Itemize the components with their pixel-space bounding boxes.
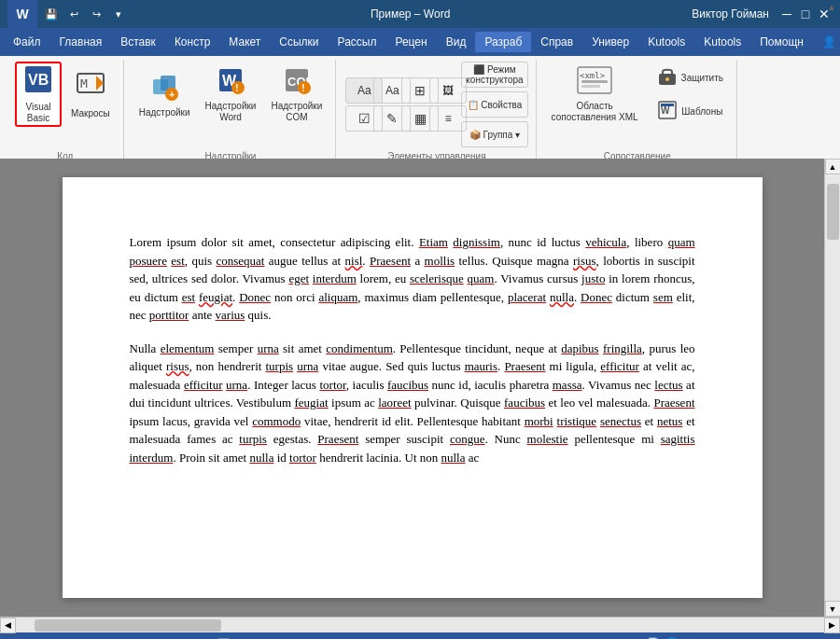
paragraph-1: Lorem ipsum dolor sit amet, consectetur … [130, 233, 695, 325]
svg-text:+: + [169, 89, 175, 100]
com-addins-label: НадстройкиCOM [271, 101, 322, 123]
restore-btn[interactable]: □ [797, 6, 814, 22]
macros-icon: M [76, 70, 105, 104]
svg-point-22 [665, 77, 669, 81]
hscroll-thumb[interactable] [35, 619, 221, 632]
scroll-up-btn[interactable]: ▲ [825, 159, 841, 174]
menu-help[interactable]: Справ [531, 32, 582, 52]
svg-marker-4 [96, 76, 104, 90]
macros-label: Макросы [71, 108, 110, 118]
ribbon-group-code: VB VisualBasic M Макросы [7, 60, 124, 163]
menu-universal[interactable]: Универ [582, 32, 638, 52]
protect-label: Защитить [681, 73, 723, 83]
hscroll-track[interactable] [16, 618, 824, 632]
com-addins-icon: COM ! [282, 65, 312, 97]
word-app-icon: W [7, 0, 37, 29]
menu-insert[interactable]: Вставк [111, 32, 165, 52]
menu-developer[interactable]: Разраб [475, 32, 531, 52]
hscroll-left-btn[interactable]: ◀ [0, 618, 16, 633]
word-addins-icon: W ! [216, 65, 245, 97]
svg-text:W: W [661, 105, 670, 116]
visual-basic-button[interactable]: VB VisualBasic [15, 62, 62, 127]
menu-review[interactable]: Рецен [385, 32, 436, 52]
ribbon-group-code-content: VB VisualBasic M Макросы [15, 62, 116, 151]
username-label: Виктор Гойман [692, 7, 769, 21]
design-mode-btn[interactable]: ⬛ Режимконструктора [461, 62, 527, 88]
redo-quick-btn[interactable]: ↪ [86, 4, 106, 24]
title-bar-title: Пример – Word [129, 7, 692, 21]
scroll-down-btn[interactable]: ▼ [825, 601, 841, 617]
title-bar-right: Виктор Гойман ─ □ ✕ [692, 6, 833, 22]
ribbon-group-controls: Aa Aa ⊞ 🖼 ☑ ✎ ▦ ≡ ⬛ Режимконструктора 📋 … [338, 60, 536, 163]
menu-layout[interactable]: Макет [219, 32, 270, 52]
word-addins-button[interactable]: W ! НадстройкиWord [200, 62, 262, 127]
xml-mapping-label: Областьсопоставления XML [552, 101, 638, 123]
horizontal-scrollbar[interactable]: ◀ ▶ [0, 617, 840, 632]
menu-help2[interactable]: Помощн [750, 32, 813, 52]
minimize-btn[interactable]: ─ [778, 6, 795, 22]
word-addins-label: НадстройкиWord [205, 101, 257, 123]
ribbon-group-addins: + Надстройки W ! НадстройкиWord [126, 60, 337, 163]
share-icon: 👤 [822, 35, 836, 49]
menu-home[interactable]: Главная [50, 32, 112, 52]
templates-button[interactable]: W Шаблоны [651, 95, 729, 127]
ribbon-group-mapping: <xml> Областьсопоставления XML [539, 60, 737, 163]
scroll-track[interactable] [825, 174, 840, 601]
com-addins-button[interactable]: COM ! НадстройкиCOM [265, 62, 328, 127]
addins-button[interactable]: + Надстройки [133, 62, 196, 127]
svg-rect-20 [581, 85, 600, 88]
menu-view[interactable]: Вид [437, 32, 476, 52]
group-btn[interactable]: 📦 Группа ▾ [461, 121, 527, 147]
ribbon-group-controls-content: Aa Aa ⊞ 🖼 ☑ ✎ ▦ ≡ ⬛ Режимконструктора 📋 … [345, 62, 527, 151]
menu-kutools2[interactable]: Kutools [694, 32, 750, 52]
templates-label: Шаблоны [681, 106, 722, 117]
ribbon-group-addins-content: + Надстройки W ! НадстройкиWord [133, 62, 329, 151]
menu-mailings[interactable]: Рассыл [329, 32, 386, 52]
status-bar: Страница 1 из 2 | Число слов: 1140 | 🔤 а… [0, 632, 840, 639]
undo-quick-btn[interactable]: ↩ [63, 4, 84, 24]
menu-kutools1[interactable]: Kutools [638, 32, 694, 52]
menu-design[interactable]: Констр [165, 32, 219, 52]
addins-label: Надстройки [139, 107, 190, 118]
properties-btn[interactable]: 📋 Свойства [461, 91, 527, 118]
menu-references[interactable]: Ссылки [270, 32, 328, 52]
hscroll-right-btn[interactable]: ▶ [824, 618, 840, 633]
title-bar-left: W 💾 ↩ ↪ ▾ [7, 0, 129, 29]
ribbon-content: VB VisualBasic M Макросы [0, 56, 840, 167]
protect-icon [657, 66, 678, 89]
quick-access-toolbar: 💾 ↩ ↪ ▾ [41, 4, 129, 24]
visual-basic-label: VisualBasic [25, 102, 50, 124]
ribbon: VB VisualBasic M Макросы [0, 56, 840, 159]
title-bar: W 💾 ↩ ↪ ▾ Пример – Word Виктор Гойман ─ … [0, 0, 840, 28]
ribbon-group-mapping-content: <xml> Областьсопоставления XML [546, 62, 729, 151]
addins-icon: + [149, 72, 179, 104]
svg-text:!: ! [301, 82, 305, 93]
menu-file[interactable]: Файл [4, 32, 50, 52]
menu-share[interactable]: 👤 Общий доступ [813, 32, 840, 52]
document-page-area[interactable]: Lorem ipsum dolor sit amet, consectetur … [0, 159, 824, 617]
svg-rect-19 [581, 80, 608, 83]
protect-templates-col: Защитить W Шаблоны [651, 62, 729, 127]
paragraph-2: Nulla elementum semper urna sit amet con… [130, 340, 695, 467]
menu-bar: Файл Главная Вставк Констр Макет Ссылки … [0, 28, 840, 56]
ribbon-collapse-btn[interactable]: ▲ [823, 0, 840, 14]
scroll-thumb[interactable] [827, 184, 839, 240]
xml-mapping-button[interactable]: <xml> Областьсопоставления XML [546, 62, 644, 127]
xml-mapping-icon: <xml> [576, 65, 613, 97]
macros-button[interactable]: M Макросы [65, 62, 116, 127]
document-container: Lorem ipsum dolor sit amet, consectetur … [0, 159, 840, 617]
svg-text:<xml>: <xml> [580, 71, 606, 80]
protect-button[interactable]: Защитить [651, 62, 729, 93]
svg-text:M: M [80, 76, 88, 90]
document-page[interactable]: Lorem ipsum dolor sit amet, consectetur … [63, 177, 763, 598]
templates-icon: W [657, 100, 678, 122]
svg-text:VB: VB [28, 72, 49, 88]
svg-text:!: ! [235, 82, 239, 93]
qa-dropdown-btn[interactable]: ▾ [108, 4, 129, 24]
vertical-scrollbar[interactable]: ▲ ▼ [824, 159, 840, 617]
save-quick-btn[interactable]: 💾 [41, 4, 62, 24]
visual-basic-icon: VB [23, 64, 53, 98]
